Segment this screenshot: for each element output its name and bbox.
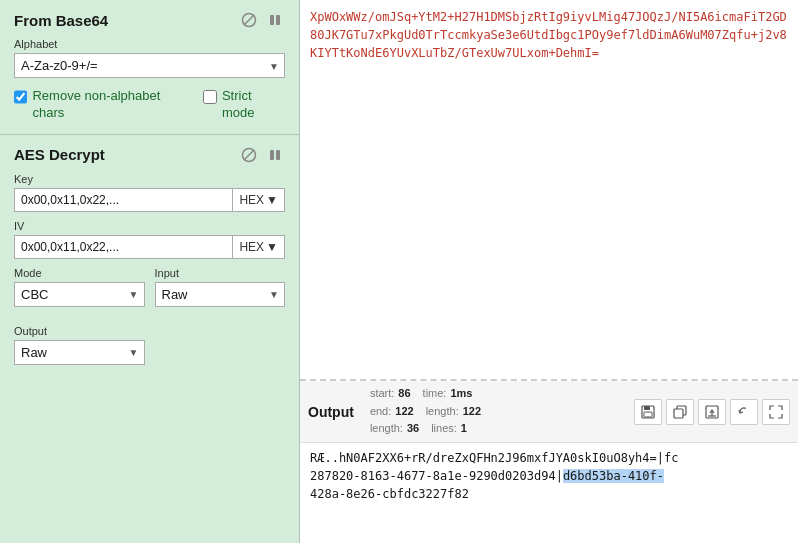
alphabet-label: Alphabet <box>14 38 285 50</box>
toolbar-icons <box>634 399 790 425</box>
remove-non-alphabet-item[interactable]: Remove non-alphabet chars <box>14 88 189 122</box>
stat-outlength-key: length: <box>370 420 403 438</box>
stat-start: start: 86 <box>370 385 411 403</box>
svg-rect-12 <box>674 409 683 418</box>
output-toolbar: Output start: 86 time: 1ms end: 122 <box>300 381 798 443</box>
iv-input[interactable] <box>14 235 233 259</box>
stats-row-1: start: 86 time: 1ms <box>370 385 634 403</box>
output-text: RÆ..hN0AF2XX6+rR/dreZxQFHn2J96mxfJYA0skI… <box>310 451 678 501</box>
output-highlighted: d6bd53ba-410f- <box>563 469 664 483</box>
from-base64-section: From Base64 Alphabet A-Z <box>0 0 299 135</box>
strict-mode-label: Strict mode <box>222 88 285 122</box>
output-label: Output <box>14 325 145 337</box>
mode-col: Mode CBC ▼ <box>14 267 145 317</box>
key-input[interactable] <box>14 188 233 212</box>
undo-btn[interactable] <box>730 399 758 425</box>
stat-time-key: time: <box>423 385 447 403</box>
stat-outlength-val: 36 <box>407 420 419 438</box>
stat-length-val: 122 <box>463 403 481 421</box>
stat-start-key: start: <box>370 385 394 403</box>
output-select-wrapper: Raw ▼ <box>14 340 145 365</box>
input-label: Input <box>155 267 286 279</box>
top-output-area: XpWOxWWz/omJSq+YtM2+H27H1DMSbjzRtIg9iyvL… <box>300 0 798 381</box>
aes-decrypt-icons <box>239 145 285 165</box>
mode-select[interactable]: CBC <box>14 282 145 307</box>
svg-line-1 <box>244 15 254 25</box>
svg-rect-6 <box>270 150 274 160</box>
stat-lines-key: lines: <box>431 420 457 438</box>
save-output-btn[interactable] <box>634 399 662 425</box>
output-row: Output Raw ▼ <box>14 325 285 375</box>
stats-row-3: length: 36 lines: 1 <box>370 420 634 438</box>
remove-non-alphabet-checkbox[interactable] <box>14 90 27 104</box>
from-base64-icons <box>239 10 285 30</box>
from-base64-header: From Base64 <box>14 10 285 30</box>
from-base64-pause-btn[interactable] <box>265 10 285 30</box>
stat-length-key: length: <box>426 403 459 421</box>
output-toolbar-label: Output <box>308 404 354 420</box>
svg-rect-9 <box>644 406 650 410</box>
svg-rect-7 <box>276 150 280 160</box>
stat-end-val: 122 <box>395 403 413 421</box>
aes-decrypt-pause-btn[interactable] <box>265 145 285 165</box>
aes-decrypt-header: AES Decrypt <box>14 145 285 165</box>
input-col: Input Raw ▼ <box>155 267 286 317</box>
svg-rect-10 <box>644 412 652 417</box>
svg-rect-2 <box>270 15 274 25</box>
expand-btn[interactable] <box>762 399 790 425</box>
output-select[interactable]: Raw <box>14 340 145 365</box>
right-panel: XpWOxWWz/omJSq+YtM2+H27H1DMSbjzRtIg9iyvL… <box>300 0 798 543</box>
stat-end: end: 122 <box>370 403 414 421</box>
output-content-area: RÆ..hN0AF2XX6+rR/dreZxQFHn2J96mxfJYA0skI… <box>300 443 798 543</box>
stat-length: length: 122 <box>426 403 481 421</box>
mode-label: Mode <box>14 267 145 279</box>
aes-decrypt-disable-btn[interactable] <box>239 145 259 165</box>
strict-mode-item[interactable]: Strict mode <box>203 88 285 122</box>
alphabet-select[interactable]: A-Za-z0-9+/= <box>14 53 285 78</box>
left-panel: From Base64 Alphabet A-Z <box>0 0 300 543</box>
from-base64-title: From Base64 <box>14 12 108 29</box>
output-stats: start: 86 time: 1ms end: 122 length: <box>370 385 634 438</box>
stat-outlength: length: 36 <box>370 420 419 438</box>
key-field-wrapper <box>14 188 233 212</box>
mode-select-wrapper: CBC ▼ <box>14 282 145 307</box>
aes-decrypt-section: AES Decrypt Key <box>0 135 299 387</box>
checkbox-row: Remove non-alphabet chars Strict mode <box>14 88 285 122</box>
upload-output-btn[interactable] <box>698 399 726 425</box>
stat-time-val: 1ms <box>450 385 472 403</box>
stats-row-2: end: 122 length: 122 <box>370 403 634 421</box>
svg-rect-3 <box>276 15 280 25</box>
stat-lines: lines: 1 <box>431 420 467 438</box>
input-select-wrapper: Raw ▼ <box>155 282 286 307</box>
iv-label: IV <box>14 220 285 232</box>
remove-non-alphabet-label: Remove non-alphabet chars <box>32 88 189 122</box>
output-spacer <box>155 325 286 375</box>
stat-time: time: 1ms <box>423 385 473 403</box>
copy-output-btn[interactable] <box>666 399 694 425</box>
key-row: HEX ▼ <box>14 188 285 212</box>
stat-lines-val: 1 <box>461 420 467 438</box>
iv-field-wrapper <box>14 235 233 259</box>
bottom-section: Output start: 86 time: 1ms end: 122 <box>300 381 798 543</box>
stat-end-key: end: <box>370 403 391 421</box>
top-output-text: XpWOxWWz/omJSq+YtM2+H27H1DMSbjzRtIg9iyvL… <box>310 10 787 60</box>
svg-line-5 <box>244 150 254 160</box>
input-select[interactable]: Raw <box>155 282 286 307</box>
stat-start-val: 86 <box>398 385 410 403</box>
alphabet-select-wrapper: A-Za-z0-9+/= ▼ <box>14 53 285 78</box>
mode-input-row: Mode CBC ▼ Input Raw ▼ <box>14 267 285 317</box>
output-col: Output Raw ▼ <box>14 325 145 375</box>
aes-decrypt-title: AES Decrypt <box>14 146 105 163</box>
iv-row: HEX ▼ <box>14 235 285 259</box>
key-label: Key <box>14 173 285 185</box>
strict-mode-checkbox[interactable] <box>203 90 216 104</box>
from-base64-disable-btn[interactable] <box>239 10 259 30</box>
key-hex-dropdown[interactable]: HEX ▼ <box>233 188 285 212</box>
iv-hex-dropdown[interactable]: HEX ▼ <box>233 235 285 259</box>
